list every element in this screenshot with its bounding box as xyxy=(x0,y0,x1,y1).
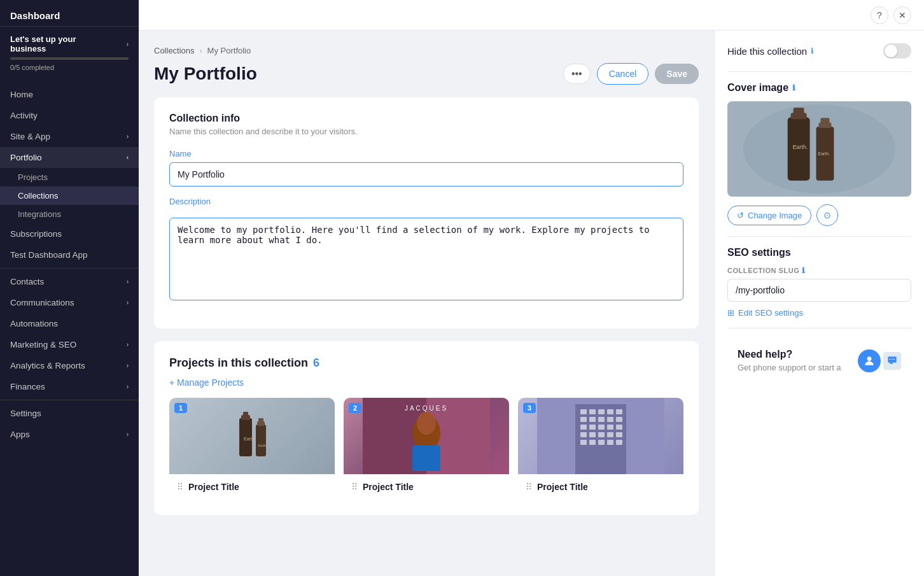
collection-info-title: Collection info xyxy=(169,113,683,124)
sidebar-item-automations[interactable]: Automations xyxy=(0,313,139,334)
save-button[interactable]: Save xyxy=(655,64,699,84)
projects-section-header: Projects in this collection 6 xyxy=(169,356,683,370)
right-panel: Hide this collection ℹ Cover image ℹ xyxy=(714,31,924,576)
breadcrumb-collections[interactable]: Collections xyxy=(154,46,195,55)
sidebar-item-apps[interactable]: Apps › xyxy=(0,424,139,445)
sidebar-item-finances[interactable]: Finances › xyxy=(0,376,139,397)
main-area: ? ✕ Collections › My Portfolio My Portfo… xyxy=(139,0,924,576)
setup-arrow-icon: › xyxy=(127,41,129,48)
need-help-section: Need help? Get phone support or start a xyxy=(727,339,911,383)
need-help-title: Need help? xyxy=(738,349,841,360)
crop-image-button[interactable]: ⊙ xyxy=(816,204,838,226)
project-3-drag-icon: ⠿ xyxy=(526,482,532,492)
svg-rect-39 xyxy=(607,440,613,445)
svg-rect-37 xyxy=(589,440,596,445)
communications-arrow-icon: › xyxy=(127,299,129,306)
page-title: My Portfolio xyxy=(154,64,257,84)
svg-rect-55 xyxy=(892,358,893,359)
divider-2 xyxy=(727,236,911,237)
svg-rect-3 xyxy=(256,425,266,456)
breadcrumb: Collections › My Portfolio xyxy=(154,46,699,55)
sidebar-item-settings[interactable]: Settings xyxy=(0,403,139,424)
more-options-button[interactable]: ••• xyxy=(563,64,591,84)
jacques-svg: JACQUES xyxy=(344,398,509,474)
need-help-content: Need help? Get phone support or start a xyxy=(738,349,841,372)
project-1-title: Project Title xyxy=(188,482,239,492)
close-button[interactable]: ✕ xyxy=(893,6,911,24)
svg-rect-49 xyxy=(820,118,829,123)
marketing-arrow-icon: › xyxy=(127,341,129,348)
sidebar-item-site-app[interactable]: Site & App › xyxy=(0,126,139,147)
toggle-thumb xyxy=(885,45,897,57)
svg-rect-40 xyxy=(616,440,622,445)
sidebar-item-test-dashboard[interactable]: Test Dashboard App xyxy=(0,244,139,265)
divider-1 xyxy=(727,71,911,72)
change-image-button[interactable]: ↺ Change Image xyxy=(727,206,811,225)
svg-rect-32 xyxy=(589,432,596,437)
sidebar-sub-integrations[interactable]: Integrations xyxy=(0,205,139,223)
svg-rect-19 xyxy=(607,409,613,414)
chat-bubble-icon xyxy=(887,356,897,366)
top-bar: ? ✕ xyxy=(139,0,924,31)
svg-rect-4 xyxy=(257,421,265,426)
app-title: Dashboard xyxy=(0,0,139,27)
project-card-1[interactable]: 1 Earth. Earth. xyxy=(169,398,335,500)
chat-icon xyxy=(883,352,901,370)
avatar-icon xyxy=(863,355,876,367)
cover-image-info-icon[interactable]: ℹ xyxy=(792,83,795,92)
cover-image-title: Cover image ℹ xyxy=(727,82,911,94)
svg-rect-29 xyxy=(607,425,613,430)
sidebar-item-portfolio[interactable]: Portfolio ‹ xyxy=(0,147,139,168)
finances-arrow-icon: › xyxy=(127,383,129,390)
svg-rect-56 xyxy=(893,358,895,359)
portfolio-arrow-icon: ‹ xyxy=(127,154,129,161)
sidebar-sub-collections[interactable]: Collections xyxy=(0,186,139,205)
setup-title[interactable]: Let's set up your business › xyxy=(10,34,129,53)
help-button[interactable]: ? xyxy=(871,6,888,24)
svg-rect-21 xyxy=(580,417,587,422)
svg-rect-17 xyxy=(589,409,596,414)
manage-projects-link[interactable]: + Manage Projects xyxy=(169,377,683,388)
sidebar-item-home[interactable]: Home xyxy=(0,84,139,105)
svg-point-52 xyxy=(867,356,872,361)
name-label: Name xyxy=(169,149,683,158)
hide-collection-info-icon[interactable]: ℹ xyxy=(811,46,814,55)
name-input[interactable] xyxy=(169,162,683,186)
slug-info-icon[interactable]: ℹ xyxy=(802,266,806,275)
svg-rect-31 xyxy=(580,432,587,437)
earth-bottles-svg: Earth. Earth. xyxy=(220,405,284,469)
sidebar-item-marketing-seo[interactable]: Marketing & SEO › xyxy=(0,334,139,355)
sidebar-item-subscriptions[interactable]: Subscriptions xyxy=(0,223,139,244)
main-panel: Collections › My Portfolio My Portfolio … xyxy=(139,31,714,576)
progress-label: 0/5 completed xyxy=(10,64,129,71)
project-3-body: ⠿ Project Title xyxy=(518,474,683,500)
project-2-drag-icon: ⠿ xyxy=(351,482,358,492)
sidebar-item-activity[interactable]: Activity xyxy=(0,105,139,126)
sidebar-item-communications[interactable]: Communications › xyxy=(0,292,139,313)
sidebar-item-contacts[interactable]: Contacts › xyxy=(0,271,139,292)
hide-collection-toggle[interactable] xyxy=(883,43,911,59)
project-card-3[interactable]: 3 xyxy=(518,398,683,500)
name-field-group: Name xyxy=(169,149,683,186)
slug-input[interactable] xyxy=(727,279,911,302)
project-1-drag-icon: ⠿ xyxy=(177,482,183,492)
change-image-icon: ↺ xyxy=(737,211,744,220)
svg-rect-28 xyxy=(598,425,605,430)
svg-rect-35 xyxy=(616,432,622,437)
svg-rect-24 xyxy=(607,417,613,422)
sidebar-item-analytics[interactable]: Analytics & Reports › xyxy=(0,355,139,376)
edit-seo-link[interactable]: ⊞ Edit SEO settings xyxy=(727,308,911,318)
svg-rect-12 xyxy=(412,446,440,471)
apps-arrow-icon: › xyxy=(127,431,129,438)
description-textarea[interactable]: Welcome to my portfolio. Here you'll fin… xyxy=(169,218,683,300)
progress-bar-bg xyxy=(10,57,129,60)
project-card-2[interactable]: 2 JACQUES ⠿ Pro xyxy=(344,398,509,500)
cancel-button[interactable]: Cancel xyxy=(597,63,649,85)
building-svg xyxy=(518,398,683,474)
breadcrumb-current: My Portfolio xyxy=(207,46,251,55)
svg-point-13 xyxy=(417,412,436,435)
project-2-title: Project Title xyxy=(363,482,414,492)
setup-section: Let's set up your business › 0/5 complet… xyxy=(0,27,139,79)
sidebar: Dashboard Let's set up your business › 0… xyxy=(0,0,139,576)
sidebar-sub-projects[interactable]: Projects xyxy=(0,168,139,186)
